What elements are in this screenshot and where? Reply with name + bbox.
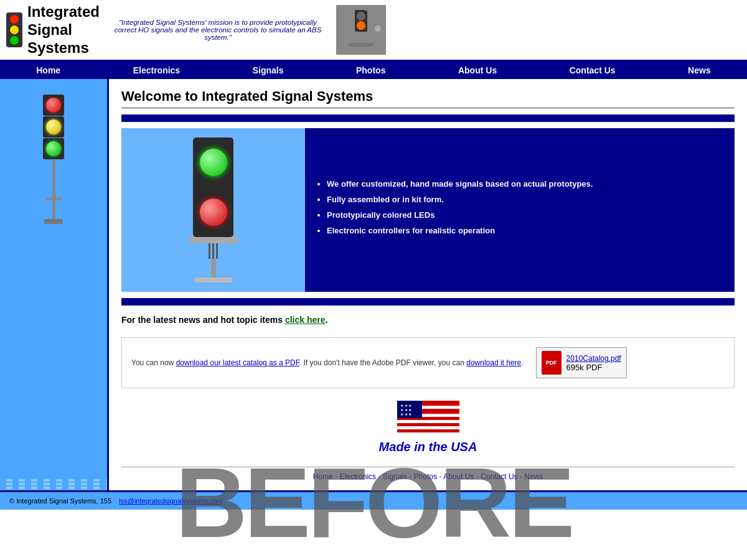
footer-email[interactable]: iss@integratedsignalsystems.com	[119, 497, 222, 505]
footer-nav: Home - Electronics - Signals - Photos - …	[121, 467, 735, 481]
signal-pole	[211, 259, 216, 278]
logo-yellow-light	[10, 26, 19, 34]
catalog-size: 695k PDF	[566, 363, 621, 372]
logo-traffic-light	[6, 12, 22, 47]
sb-pole-bottom	[52, 200, 55, 219]
svg-text:★ ★ ★: ★ ★ ★	[400, 408, 411, 412]
svg-rect-3	[358, 32, 364, 44]
sidebar	[0, 79, 109, 490]
signal-lens-green	[200, 149, 227, 176]
catalog-section: You can now download our latest catalog …	[121, 337, 735, 388]
blue-bar-bottom	[121, 298, 735, 306]
svg-rect-14	[397, 423, 459, 426]
catalog-text: You can now download our latest catalog …	[131, 358, 524, 367]
svg-rect-16	[397, 429, 459, 432]
made-in-usa-section: ★ ★ ★ ★ ★ ★ ★ ★ ★ Made in the USA	[121, 401, 735, 454]
signal-wires	[209, 243, 218, 259]
svg-text:★ ★ ★: ★ ★ ★	[400, 413, 411, 416]
main-wrapper: Welcome to Integrated Signal Systems	[0, 79, 747, 490]
footer-info: © Integrated Signal Systems, 155 iss@int…	[0, 490, 747, 510]
footer-nav-photos[interactable]: Photos	[414, 472, 437, 481]
feature-item-1: We offer customized, hand made signals b…	[327, 179, 593, 189]
svg-rect-15	[397, 426, 459, 429]
product-features: We offer customized, hand made signals b…	[305, 128, 735, 292]
header-signal-image	[336, 5, 386, 55]
sb-lens-red	[46, 98, 61, 113]
page-title: Welcome to Integrated Signal Systems	[121, 88, 735, 108]
catalog-pdf-box: PDF 2010Catalog.pdf 695k PDF	[536, 347, 627, 378]
logo-area: IntegratedSignalSystems	[6, 3, 100, 57]
pdf-icon: PDF	[542, 351, 561, 375]
catalog-file-info: 2010Catalog.pdf 695k PDF	[566, 353, 621, 372]
nav-electronics[interactable]: Electronics	[121, 62, 192, 79]
sb-head-green	[43, 138, 64, 159]
sidebar-signal-top	[43, 95, 64, 224]
news-text: For the latest news and hot topic items …	[121, 315, 735, 325]
sb-head-red	[43, 95, 64, 116]
sb-lens-green	[46, 141, 61, 156]
feature-item-2: Fully assembled or in kit form.	[327, 195, 593, 204]
product-image-area	[121, 128, 305, 292]
catalog-filename-link[interactable]: 2010Catalog.pdf	[566, 354, 621, 363]
svg-text:★ ★ ★: ★ ★ ★	[400, 404, 411, 408]
logo-green-light	[10, 36, 19, 45]
signal-wire-2	[212, 243, 214, 259]
nav-home[interactable]: Home	[24, 62, 73, 79]
signal-foot	[195, 278, 232, 282]
signal-model	[189, 138, 238, 282]
features-list: We offer customized, hand made signals b…	[314, 179, 593, 241]
nav-about-us[interactable]: About Us	[446, 62, 509, 79]
footer-nav-home[interactable]: Home	[313, 472, 333, 481]
nav-news[interactable]: News	[675, 62, 723, 79]
footer-nav-contact-us[interactable]: Contact Us	[481, 472, 517, 481]
sidebar-stripes	[0, 479, 107, 490]
product-section: We offer customized, hand made signals b…	[121, 128, 735, 292]
adobe-download-link[interactable]: download it here	[466, 358, 521, 367]
svg-point-2	[357, 21, 365, 30]
signal-base-plate	[189, 237, 238, 243]
sb-head-yellow	[43, 116, 64, 138]
sb-pole	[52, 160, 55, 197]
svg-rect-6	[377, 7, 379, 26]
footer-nav-electronics[interactable]: Electronics	[339, 472, 376, 481]
made-in-usa-text: Made in the USA	[379, 440, 477, 454]
signal-head-bottom	[193, 187, 233, 237]
logo-text: IntegratedSignalSystems	[27, 3, 100, 57]
feature-item-4: Electronic controllers for realistic ope…	[327, 226, 593, 235]
catalog-pdf-link[interactable]: download our latest catalog as a PDF	[176, 358, 299, 367]
svg-rect-17	[397, 432, 459, 435]
signal-head-top	[193, 138, 233, 187]
svg-point-7	[375, 26, 381, 32]
signal-wire-3	[216, 243, 218, 259]
site-header: IntegratedSignalSystems "Integrated Sign…	[0, 0, 747, 62]
content-area: Welcome to Integrated Signal Systems	[109, 79, 747, 490]
sb-base	[44, 219, 63, 224]
blue-bar-top	[121, 114, 735, 122]
footer-nav-signals[interactable]: Signals	[383, 472, 407, 481]
usa-flag-svg: ★ ★ ★ ★ ★ ★ ★ ★ ★	[397, 401, 459, 435]
nav-signals[interactable]: Signals	[240, 62, 296, 79]
tagline: "Integrated Signal Systems' mission is t…	[100, 19, 336, 41]
svg-rect-13	[397, 420, 459, 423]
logo-red-light	[10, 15, 19, 24]
footer-nav-about-us[interactable]: About Us	[443, 472, 474, 481]
main-nav: Home Electronics Signals Photos About Us…	[0, 62, 747, 79]
footer-nav-news[interactable]: News	[524, 472, 543, 481]
news-section: For the latest news and hot topic items …	[121, 315, 735, 325]
usa-flag-container: ★ ★ ★ ★ ★ ★ ★ ★ ★	[397, 401, 459, 437]
news-link[interactable]: click here	[285, 315, 326, 325]
nav-contact-us[interactable]: Contact Us	[557, 62, 628, 79]
svg-point-1	[357, 12, 365, 21]
svg-rect-4	[349, 43, 374, 47]
nav-photos[interactable]: Photos	[344, 62, 398, 79]
signal-lens-red	[200, 198, 227, 226]
footer-company: © Integrated Signal Systems, 155	[9, 497, 111, 505]
signal-wire-1	[209, 243, 210, 259]
sb-lens-yellow	[46, 119, 61, 134]
feature-item-3: Prototypically colored LEDs	[327, 210, 593, 220]
